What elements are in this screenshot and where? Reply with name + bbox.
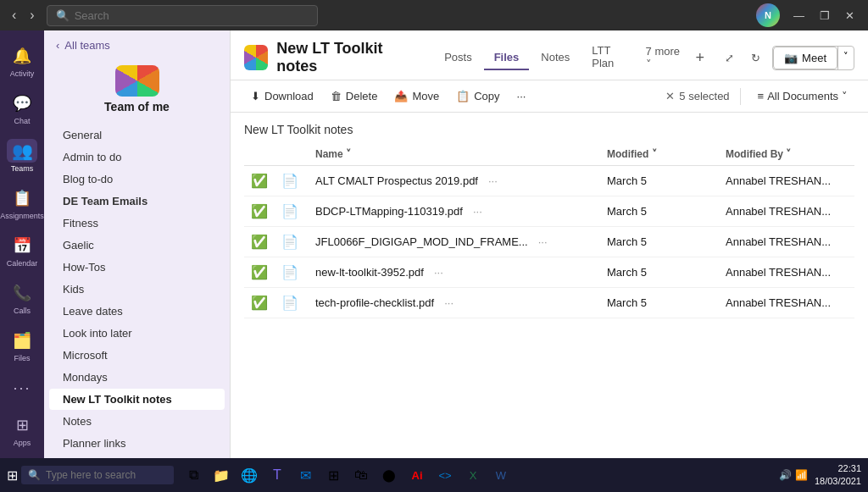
sidebar-item-activity[interactable]: 🔔 Activity bbox=[0, 37, 44, 85]
file-options-button[interactable]: ··· bbox=[439, 295, 459, 311]
refresh-button[interactable]: ↻ bbox=[746, 48, 765, 68]
channel-item-kids[interactable]: Kids bbox=[49, 279, 225, 300]
row-check[interactable]: ✅ bbox=[244, 257, 275, 288]
sidebar-item-calendar[interactable]: 📅 Calendar bbox=[0, 227, 44, 274]
check-icon: ✅ bbox=[251, 265, 268, 279]
channel-item-microsoft[interactable]: Microsoft bbox=[49, 345, 225, 366]
taskbar-outlook-icon[interactable]: ✉ bbox=[292, 462, 318, 488]
view-toggle[interactable]: ≡ All Documents ˅ bbox=[751, 86, 854, 106]
maximize-button[interactable]: ❐ bbox=[813, 8, 837, 24]
expand-button[interactable]: ⤢ bbox=[720, 48, 739, 68]
row-check[interactable]: ✅ bbox=[244, 196, 275, 227]
sidebar-item-assignments[interactable]: 📋 Assignments bbox=[0, 180, 44, 227]
col-modified[interactable]: Modified ˅ bbox=[600, 143, 719, 166]
download-button[interactable]: ⬇ Download bbox=[244, 86, 320, 107]
meet-button[interactable]: 📷 Meet bbox=[773, 47, 837, 69]
add-tab-button[interactable]: + bbox=[689, 46, 712, 70]
taskbar-search[interactable]: 🔍 bbox=[21, 466, 174, 484]
row-modified-by: Annabel TRESHAN... bbox=[719, 227, 854, 257]
tab-ltt-plan[interactable]: LTT Plan bbox=[581, 39, 637, 76]
nav-back-button[interactable]: ‹ bbox=[7, 6, 21, 25]
file-name[interactable]: BDCP-LTMapping-110319.pdf bbox=[315, 205, 463, 218]
close-selection-icon[interactable]: ✕ bbox=[665, 90, 675, 102]
titlebar-search[interactable]: 🔍 bbox=[47, 5, 318, 26]
sidebar-item-teams[interactable]: 👥 Teams bbox=[0, 132, 44, 180]
taskbar-explorer-icon[interactable]: 📁 bbox=[209, 462, 234, 488]
channel-item-de-team-emails[interactable]: DE Team Emails bbox=[49, 191, 225, 212]
sidebar-item-more[interactable]: ··· bbox=[0, 369, 44, 406]
close-button[interactable]: ✕ bbox=[838, 8, 861, 24]
taskbar-word-icon[interactable]: W bbox=[488, 462, 514, 488]
taskbar-search-input[interactable] bbox=[46, 469, 167, 481]
channel-item-general[interactable]: General bbox=[49, 124, 225, 146]
channel-item-fitness[interactable]: Fitness bbox=[49, 213, 225, 234]
toolbar-more-button[interactable]: ··· bbox=[510, 86, 533, 107]
meet-dropdown-button[interactable]: ˅ bbox=[837, 47, 854, 69]
all-teams-link[interactable]: ‹ All teams bbox=[44, 30, 230, 60]
table-row[interactable]: ✅ 📄 ALT CMALT Prospectus 2019.pdf ··· Ma… bbox=[244, 166, 854, 196]
delete-label: Delete bbox=[346, 90, 378, 102]
channel-item-new-lt-toolkit[interactable]: New LT Toolkit notes bbox=[49, 389, 225, 410]
file-options-button[interactable]: ··· bbox=[533, 234, 553, 250]
avatar[interactable]: N bbox=[756, 3, 780, 27]
sidebar-item-files[interactable]: 🗂️ Files bbox=[0, 322, 44, 369]
channel-item-gaelic[interactable]: Gaelic bbox=[49, 235, 225, 256]
tab-files[interactable]: Files bbox=[484, 46, 530, 70]
col-name[interactable]: Name ˅ bbox=[309, 143, 600, 166]
taskbar-teams-icon[interactable]: T bbox=[264, 462, 290, 488]
taskbar-adobe-icon[interactable]: Ai bbox=[404, 462, 430, 488]
sidebar-item-calls[interactable]: 📞 Calls bbox=[0, 274, 44, 322]
taskbar-store-icon[interactable]: 🛍 bbox=[348, 462, 374, 488]
search-input[interactable] bbox=[75, 9, 309, 22]
titlebar-right: N — ❐ ✕ bbox=[756, 3, 861, 27]
task-view-button[interactable]: ⧉ bbox=[181, 462, 206, 488]
taskbar-apps-icon[interactable]: ⊞ bbox=[320, 462, 346, 488]
row-modified: March 5 bbox=[600, 227, 719, 257]
channel-item-mondays[interactable]: Mondays bbox=[49, 367, 225, 388]
tab-more[interactable]: 7 more ˅ bbox=[639, 40, 687, 75]
row-modified: March 5 bbox=[600, 166, 719, 196]
channel-item-leave-dates[interactable]: Leave dates bbox=[49, 301, 225, 322]
channel-item-admin-todo[interactable]: Admin to do bbox=[49, 146, 225, 168]
channel-item-how-tos[interactable]: How-Tos bbox=[49, 257, 225, 278]
table-row[interactable]: ✅ 📄 tech-profile-checklist.pdf ··· March… bbox=[244, 288, 854, 318]
file-name[interactable]: ALT CMALT Prospectus 2019.pdf bbox=[315, 174, 478, 187]
minimize-button[interactable]: — bbox=[787, 8, 811, 24]
copy-button[interactable]: 📋 Copy bbox=[449, 86, 506, 107]
file-options-button[interactable]: ··· bbox=[483, 173, 503, 189]
back-chevron-icon: ‹ bbox=[56, 39, 59, 52]
move-icon: 📤 bbox=[394, 90, 408, 102]
move-button[interactable]: 📤 Move bbox=[387, 86, 446, 107]
taskbar-chrome-icon[interactable]: ⬤ bbox=[376, 462, 402, 488]
tab-posts[interactable]: Posts bbox=[434, 46, 482, 70]
table-row[interactable]: ✅ 📄 JFL0066F_DIGIGAP_MOD_IND_FRAME... ··… bbox=[244, 227, 854, 257]
row-check[interactable]: ✅ bbox=[244, 166, 275, 196]
sidebar-item-chat[interactable]: 💬 Chat bbox=[0, 85, 44, 132]
taskbar-excel-icon[interactable]: X bbox=[460, 462, 486, 488]
sidebar-item-apps[interactable]: ⊞ Apps bbox=[0, 406, 44, 454]
tab-notes[interactable]: Notes bbox=[531, 46, 580, 70]
channel-item-notes[interactable]: Notes bbox=[49, 411, 225, 432]
file-name[interactable]: JFL0066F_DIGIGAP_MOD_IND_FRAME... bbox=[315, 235, 528, 248]
sys-icon-1: 🔊 bbox=[779, 469, 792, 481]
channel-list: General Admin to do Blog to-do DE Team E… bbox=[44, 120, 230, 458]
table-row[interactable]: ✅ 📄 new-lt-toolkit-3952.pdf ··· March 5 … bbox=[244, 257, 854, 288]
file-name[interactable]: new-lt-toolkit-3952.pdf bbox=[315, 266, 424, 279]
file-options-button[interactable]: ··· bbox=[429, 264, 448, 280]
nav-forward-button[interactable]: › bbox=[25, 6, 39, 25]
delete-button[interactable]: 🗑 Delete bbox=[324, 86, 385, 107]
taskbar-edge-icon[interactable]: 🌐 bbox=[236, 462, 262, 488]
taskbar-code-icon[interactable]: <> bbox=[432, 462, 458, 488]
channel-item-blog-todo[interactable]: Blog to-do bbox=[49, 169, 225, 190]
channel-item-planner-links[interactable]: Planner links bbox=[49, 433, 225, 454]
file-name[interactable]: tech-profile-checklist.pdf bbox=[315, 296, 434, 309]
copy-label: Copy bbox=[474, 90, 499, 102]
file-options-button[interactable]: ··· bbox=[468, 203, 487, 219]
windows-icon[interactable]: ⊞ bbox=[7, 467, 18, 484]
col-modified-by[interactable]: Modified By ˅ bbox=[719, 143, 854, 166]
channel-item-look-into-later[interactable]: Look into later bbox=[49, 323, 225, 344]
table-row[interactable]: ✅ 📄 BDCP-LTMapping-110319.pdf ··· March … bbox=[244, 196, 854, 227]
row-check[interactable]: ✅ bbox=[244, 227, 275, 257]
sidebar-item-calendar-label: Calendar bbox=[7, 259, 38, 268]
row-check[interactable]: ✅ bbox=[244, 288, 275, 318]
